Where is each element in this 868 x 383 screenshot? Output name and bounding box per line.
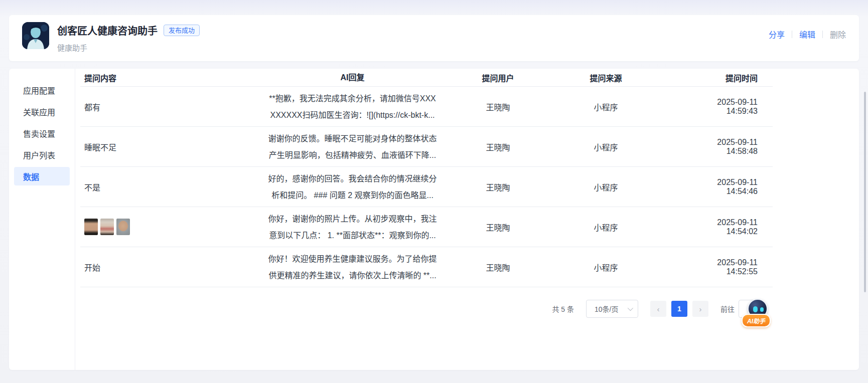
ai-assistant-label: AI助手: [742, 314, 771, 327]
source-cell: 小程序: [527, 261, 685, 273]
pagination-bar: 共 5 条 10条/页 ‹ 1 › 前往: [80, 299, 761, 318]
source-cell: 小程序: [527, 221, 685, 233]
app-header-card: 创客匠人健康咨询助手 发布成功 健康助手 分享 编辑 删除: [9, 15, 859, 61]
table-row: 不是 好的，感谢你的回答。我会结合你的情况继续分 析和提问。 ### 问题 2 …: [80, 167, 773, 207]
qa-data-table: 提问内容 AI回复 提问用户 提问来源 提问时间 都有 **抱歉，我无法完成其余…: [80, 69, 773, 287]
question-cell: 不是: [80, 181, 236, 193]
sidebar-nav: 应用配置 关联应用 售卖设置 用户列表 数据: [9, 69, 75, 370]
total-count-label: 共 5 条: [552, 304, 574, 314]
app-detail-page: { "header": { "title": "创客匠人健康咨询助手", "ba…: [0, 0, 868, 383]
page-number-button[interactable]: 1: [671, 301, 687, 317]
edit-link[interactable]: 编辑: [799, 28, 815, 40]
source-cell: 小程序: [527, 101, 685, 113]
question-cell-photos: [80, 219, 236, 235]
palm-photo-thumbnail[interactable]: [116, 219, 130, 235]
ai-reply-cell: **抱歉，我无法完成其余分析，请加微信号XXX XXXXXX扫码加医生咨询：![…: [236, 90, 469, 123]
ai-reply-cell: 你好！欢迎使用养生健康建议服务。为了给你提 供更精准的养生建议，请你依次上传清晰…: [236, 251, 469, 284]
table-row: 睡眠不足 谢谢你的反馈。睡眠不足可能对身体的整体状态 产生明显影响，包括精神疲劳…: [80, 127, 773, 167]
tongue-photo-thumbnail[interactable]: [100, 219, 114, 235]
time-cell: 2025-09-11 14:54:46: [685, 178, 773, 196]
user-cell: 王晓陶: [469, 221, 527, 233]
table-row: 都有 **抱歉，我无法完成其余分析，请加微信号XXX XXXXXX扫码加医生咨询…: [80, 87, 773, 127]
user-cell: 王晓陶: [469, 181, 527, 193]
table-header-row: 提问内容 AI回复 提问用户 提问来源 提问时间: [80, 69, 773, 87]
goto-page-label: 前往: [720, 304, 735, 314]
col-header-source: 提问来源: [527, 72, 685, 84]
sidebar-item-user-list[interactable]: 用户列表: [14, 145, 70, 164]
question-cell: 都有: [80, 101, 236, 113]
time-cell: 2025-09-11 14:59:43: [685, 98, 773, 116]
content-card: 应用配置 关联应用 售卖设置 用户列表 数据 提问内容 AI回复 提问用户 提问…: [9, 69, 859, 370]
table-row: 你好，谢谢你的照片上传。从初步观察中，我注 意到以下几点： 1. **面部状态*…: [80, 207, 773, 247]
app-subtitle: 健康助手: [57, 42, 87, 53]
publish-status-badge: 发布成功: [164, 25, 200, 37]
page-size-select[interactable]: 10条/页: [586, 300, 638, 318]
page-title: 创客匠人健康咨询助手: [57, 23, 158, 38]
app-avatar: [22, 22, 49, 49]
divider: [792, 31, 792, 38]
avatar-image: [22, 22, 49, 49]
col-header-ai-reply: AI回复: [236, 69, 469, 86]
sidebar-item-linked-apps[interactable]: 关联应用: [14, 102, 70, 121]
source-cell: 小程序: [527, 141, 685, 153]
share-link[interactable]: 分享: [769, 28, 785, 40]
uploaded-photos: [84, 219, 236, 235]
ai-assistant-widget[interactable]: AI助手: [742, 299, 773, 328]
sidebar-item-sales-settings[interactable]: 售卖设置: [14, 124, 70, 142]
scrollbar-thumb[interactable]: [864, 92, 866, 292]
sidebar-item-app-config[interactable]: 应用配置: [14, 81, 70, 99]
header-actions: 分享 编辑 删除: [769, 28, 846, 40]
delete-link[interactable]: 删除: [830, 28, 846, 40]
time-cell: 2025-09-11 14:58:48: [685, 138, 773, 156]
user-cell: 王晓陶: [469, 261, 527, 273]
ai-reply-cell: 好的，感谢你的回答。我会结合你的情况继续分 析和提问。 ### 问题 2 观察到…: [236, 170, 469, 204]
table-row: 开始 你好！欢迎使用养生健康建议服务。为了给你提 供更精准的养生建议，请你依次上…: [80, 247, 773, 287]
chevron-down-icon: [628, 305, 633, 311]
next-page-button[interactable]: ›: [692, 301, 708, 317]
user-cell: 王晓陶: [469, 141, 527, 153]
source-cell: 小程序: [527, 181, 685, 193]
time-cell: 2025-09-11 14:52:55: [685, 258, 773, 276]
sidebar-item-data[interactable]: 数据: [14, 167, 70, 185]
time-cell: 2025-09-11 14:54:02: [685, 218, 773, 236]
ai-reply-cell: 你好，谢谢你的照片上传。从初步观察中，我注 意到以下几点： 1. **面部状态*…: [236, 211, 469, 244]
col-header-user: 提问用户: [469, 72, 527, 84]
ai-reply-cell: 谢谢你的反馈。睡眠不足可能对身体的整体状态 产生明显影响，包括精神疲劳、血液循环…: [236, 130, 469, 163]
question-cell: 开始: [80, 261, 236, 273]
question-cell: 睡眠不足: [80, 141, 236, 153]
user-cell: 王晓陶: [469, 101, 527, 113]
divider: [822, 31, 823, 38]
face-photo-thumbnail[interactable]: [84, 219, 98, 235]
prev-page-button[interactable]: ‹: [650, 301, 666, 317]
col-header-question: 提问内容: [80, 72, 236, 84]
col-header-time: 提问时间: [685, 72, 773, 84]
